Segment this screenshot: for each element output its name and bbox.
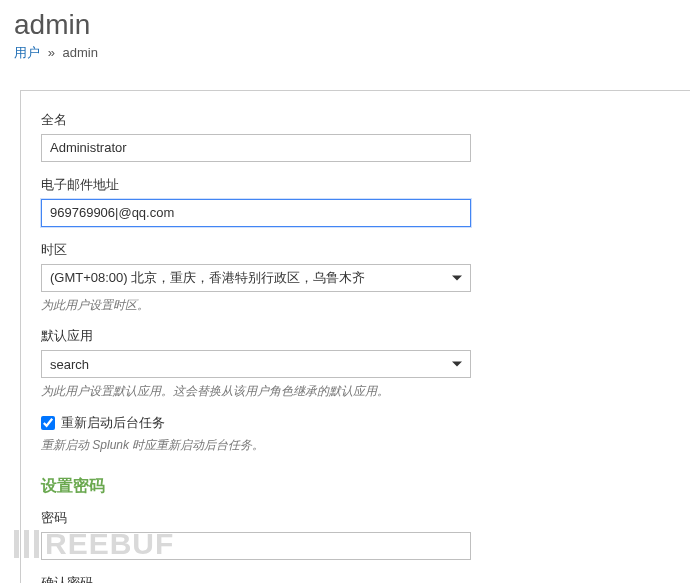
timezone-value: (GMT+08:00) 北京，重庆，香港特别行政区，乌鲁木齐 bbox=[50, 269, 365, 287]
timezone-row: 时区 (GMT+08:00) 北京，重庆，香港特别行政区，乌鲁木齐 为此用户设置… bbox=[41, 241, 670, 314]
confirm-password-label: 确认密码 bbox=[41, 574, 670, 583]
restart-bg-label: 重新启动后台任务 bbox=[61, 414, 165, 432]
fullname-input[interactable] bbox=[41, 134, 471, 162]
password-section-title: 设置密码 bbox=[41, 476, 670, 497]
chevron-down-icon bbox=[452, 275, 462, 280]
breadcrumb-root-link[interactable]: 用户 bbox=[14, 45, 40, 60]
timezone-select[interactable]: (GMT+08:00) 北京，重庆，香港特别行政区，乌鲁木齐 bbox=[41, 264, 471, 292]
timezone-help: 为此用户设置时区。 bbox=[41, 297, 670, 314]
password-label: 密码 bbox=[41, 509, 670, 527]
breadcrumb: 用户 » admin bbox=[14, 44, 676, 62]
password-row: 密码 bbox=[41, 509, 670, 560]
chevron-down-icon bbox=[452, 362, 462, 367]
settings-panel: 全名 电子邮件地址 时区 (GMT+08:00) 北京，重庆，香港特别行政区，乌… bbox=[20, 90, 690, 583]
restart-bg-checkbox[interactable] bbox=[41, 416, 55, 430]
restart-bg-help: 重新启动 Splunk 时应重新启动后台任务。 bbox=[41, 437, 670, 454]
timezone-label: 时区 bbox=[41, 241, 670, 259]
email-input[interactable] bbox=[41, 199, 471, 227]
fullname-label: 全名 bbox=[41, 111, 670, 129]
default-app-label: 默认应用 bbox=[41, 327, 670, 345]
confirm-password-row: 确认密码 bbox=[41, 574, 670, 583]
default-app-value: search bbox=[50, 357, 89, 372]
fullname-row: 全名 bbox=[41, 111, 670, 162]
email-row: 电子邮件地址 bbox=[41, 176, 670, 227]
default-app-select[interactable]: search bbox=[41, 350, 471, 378]
breadcrumb-separator: » bbox=[48, 45, 55, 60]
password-input[interactable] bbox=[41, 532, 471, 560]
default-app-help: 为此用户设置默认应用。这会替换从该用户角色继承的默认应用。 bbox=[41, 383, 670, 400]
email-label: 电子邮件地址 bbox=[41, 176, 670, 194]
restart-bg-row: 重新启动后台任务 重新启动 Splunk 时应重新启动后台任务。 bbox=[41, 414, 670, 454]
default-app-row: 默认应用 search 为此用户设置默认应用。这会替换从该用户角色继承的默认应用… bbox=[41, 327, 670, 400]
breadcrumb-current: admin bbox=[62, 45, 97, 60]
page-title: admin bbox=[14, 8, 676, 42]
